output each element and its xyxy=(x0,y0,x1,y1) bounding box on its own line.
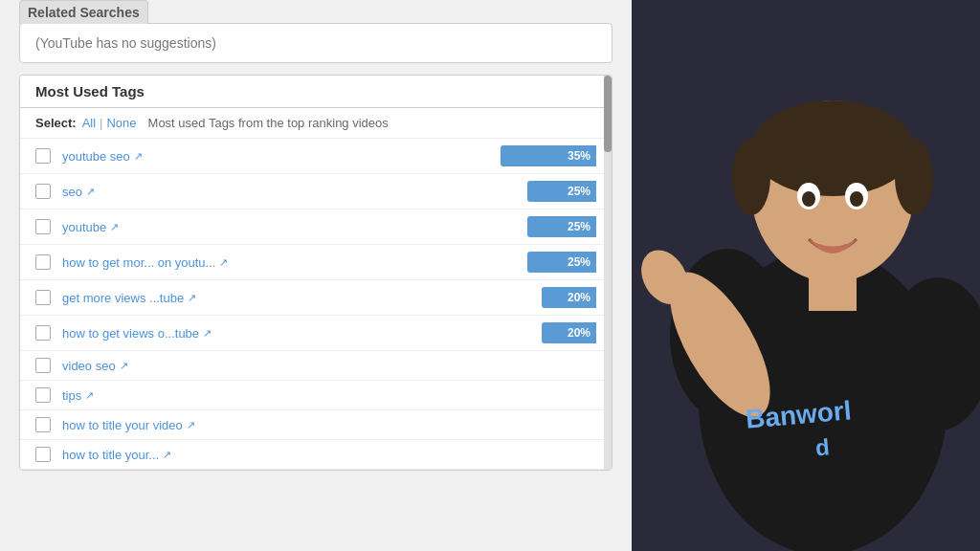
tag-name: video seo↗ xyxy=(62,359,596,373)
external-link-icon[interactable]: ↗ xyxy=(110,221,119,233)
tag-row[interactable]: tips↗ xyxy=(20,381,612,410)
tag-name: youtube seo↗ xyxy=(62,149,472,164)
most-used-tags-tab[interactable]: Most Used Tags xyxy=(20,76,612,108)
select-description: Most used Tags from the top ranking vide… xyxy=(148,116,389,130)
tag-bar: 25% xyxy=(527,181,596,202)
tag-row[interactable]: youtube↗25% xyxy=(20,209,612,245)
tag-row[interactable]: how to get mor... on youtu...↗25% xyxy=(20,245,612,280)
main-container: Related Searches (YouTube has no suggest… xyxy=(0,0,980,551)
tag-checkbox[interactable] xyxy=(35,219,51,234)
tag-checkbox[interactable] xyxy=(35,417,51,432)
tag-bar: 35% xyxy=(501,145,596,166)
tag-row[interactable]: how to get views o...tube↗20% xyxy=(20,316,612,351)
tag-name-text: youtube seo xyxy=(62,149,130,164)
svg-rect-3 xyxy=(809,273,857,311)
scrollbar-thumb[interactable] xyxy=(604,76,612,152)
svg-point-15 xyxy=(850,191,863,207)
svg-point-10 xyxy=(732,139,770,215)
tag-bar-container: 20% xyxy=(472,287,596,308)
tag-name-text: youtube xyxy=(62,220,106,234)
tag-name-text: tips xyxy=(62,388,81,403)
svg-text:d: d xyxy=(814,433,831,460)
tags-list[interactable]: youtube seo↗35%seo↗25%youtube↗25%how to … xyxy=(20,139,612,470)
related-searches-box: (YouTube has no suggestions) xyxy=(19,23,612,63)
select-all-link[interactable]: All xyxy=(82,116,96,130)
tag-bar: 25% xyxy=(527,216,596,237)
tag-row[interactable]: get more views ...tube↗20% xyxy=(20,280,612,316)
external-link-icon[interactable]: ↗ xyxy=(219,256,228,269)
tag-bar-container: 35% xyxy=(472,145,596,166)
tag-name: get more views ...tube↗ xyxy=(62,291,472,305)
tag-row[interactable]: youtube seo↗35% xyxy=(20,139,612,174)
tag-percent: 20% xyxy=(568,326,590,340)
tag-percent: 25% xyxy=(568,220,590,233)
external-link-icon[interactable]: ↗ xyxy=(163,449,171,461)
tag-name: tips↗ xyxy=(62,388,596,403)
tag-name: how to title your video↗ xyxy=(62,418,596,432)
tag-bar-container: 20% xyxy=(472,322,596,343)
tag-name: how to title your...↗ xyxy=(62,448,596,462)
tag-name: how to get mor... on youtu...↗ xyxy=(62,255,472,270)
tag-percent: 25% xyxy=(568,185,590,198)
external-link-icon[interactable]: ↗ xyxy=(85,389,94,402)
svg-point-9 xyxy=(751,100,914,196)
tag-checkbox[interactable] xyxy=(35,387,51,403)
external-link-icon[interactable]: ↗ xyxy=(134,150,143,163)
related-searches-label: Related Searches xyxy=(19,0,148,24)
tag-checkbox[interactable] xyxy=(35,358,51,373)
select-divider: | xyxy=(100,116,102,130)
external-link-icon[interactable]: ↗ xyxy=(120,360,128,372)
svg-point-11 xyxy=(895,139,933,215)
external-link-icon[interactable]: ↗ xyxy=(187,419,195,431)
external-link-icon[interactable]: ↗ xyxy=(188,292,196,304)
svg-point-14 xyxy=(802,191,815,207)
external-link-icon[interactable]: ↗ xyxy=(86,186,95,198)
left-panel: Related Searches (YouTube has no suggest… xyxy=(0,0,632,551)
select-row: Select: All | None Most used Tags from t… xyxy=(20,108,612,139)
tag-bar-container: 25% xyxy=(472,181,596,202)
tag-name-text: how to get views o...tube xyxy=(62,326,199,341)
tag-checkbox[interactable] xyxy=(35,325,51,341)
scrollbar-track[interactable] xyxy=(604,76,612,470)
tag-checkbox[interactable] xyxy=(35,254,51,270)
tag-bar: 25% xyxy=(527,252,596,273)
tag-name-text: seo xyxy=(62,185,82,199)
tag-name: how to get views o...tube↗ xyxy=(62,326,472,341)
section-title: Most Used Tags xyxy=(35,83,145,99)
tag-row[interactable]: how to title your video↗ xyxy=(20,410,612,440)
person-silhouette: Banworl d xyxy=(632,0,980,551)
tag-percent: 25% xyxy=(568,255,590,269)
tag-row[interactable]: how to title your...↗ xyxy=(20,440,612,470)
tag-row[interactable]: video seo↗ xyxy=(20,351,612,381)
select-label: Select: xyxy=(35,116,77,130)
tag-checkbox[interactable] xyxy=(35,447,51,462)
tag-name-text: get more views ...tube xyxy=(62,291,184,305)
person-svg: Banworl d xyxy=(632,0,980,551)
tag-bar-container: 25% xyxy=(472,216,596,237)
tag-percent: 35% xyxy=(568,149,590,163)
tag-name-text: how to get mor... on youtu... xyxy=(62,255,215,270)
tag-name-text: how to title your video xyxy=(62,418,183,432)
right-panel: Banworl d xyxy=(632,0,980,551)
tag-bar: 20% xyxy=(542,322,596,343)
tag-name-text: video seo xyxy=(62,359,116,373)
related-searches-section: Related Searches (YouTube has no suggest… xyxy=(0,0,632,63)
external-link-icon[interactable]: ↗ xyxy=(203,327,212,340)
no-suggestions-text: (YouTube has no suggestions) xyxy=(35,35,216,51)
tag-name: seo↗ xyxy=(62,185,472,199)
select-none-link[interactable]: None xyxy=(106,116,136,130)
tag-name-text: how to title your... xyxy=(62,448,159,462)
tag-name: youtube↗ xyxy=(62,220,472,234)
tag-row[interactable]: seo↗25% xyxy=(20,174,612,209)
tag-bar-container: 25% xyxy=(472,252,596,273)
tag-checkbox[interactable] xyxy=(35,148,51,164)
tag-percent: 20% xyxy=(568,291,590,304)
tag-bar: 20% xyxy=(542,287,596,308)
tag-checkbox[interactable] xyxy=(35,290,51,305)
tag-checkbox[interactable] xyxy=(35,184,51,199)
most-used-tags-section: Most Used Tags Select: All | None Most u… xyxy=(19,75,612,471)
